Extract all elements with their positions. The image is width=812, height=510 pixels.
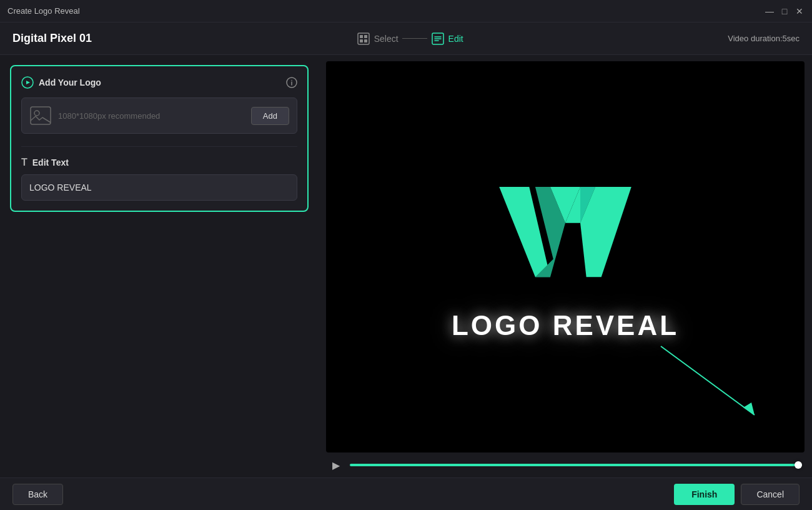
logo-placeholder-text: 1080*1080px recommended <box>58 111 245 121</box>
add-logo-button[interactable]: Add <box>251 107 289 125</box>
close-button[interactable]: ✕ <box>795 6 805 16</box>
svg-marker-21 <box>743 402 755 415</box>
playback-bar: ▶ <box>326 452 805 478</box>
svg-line-20 <box>661 346 755 415</box>
preview-logo-text: LOGO REVEAL <box>452 310 679 341</box>
play-circle-icon <box>21 76 34 89</box>
app-title: Digital Pixel 01 <box>12 32 92 45</box>
top-bar: Digital Pixel 01 Select <box>0 22 812 55</box>
bottom-bar: Back Finish Cancel <box>0 478 812 510</box>
svg-rect-2 <box>364 35 367 38</box>
logo-placeholder-icon <box>29 104 52 127</box>
svg-marker-7 <box>26 81 30 84</box>
preview-logo-area: LOGO REVEAL <box>452 172 679 341</box>
section-divider <box>21 146 297 147</box>
svg-rect-0 <box>358 33 369 44</box>
logo-section-label: Add Your Logo <box>39 78 101 88</box>
edit-text-label: Edit Text <box>32 158 69 168</box>
logo-section-title: Add Your Logo <box>21 76 101 89</box>
edit-step-icon <box>431 32 445 46</box>
w-logo-graphic <box>487 172 643 298</box>
main-content: Add Your Logo <box>0 55 812 478</box>
text-input[interactable]: LOGO REVEAL <box>21 174 297 201</box>
timeline-thumb[interactable] <box>795 461 802 469</box>
step-select-label: Select <box>374 34 399 44</box>
arrow-annotation <box>655 340 767 434</box>
left-panel: Add Your Logo <box>0 55 319 478</box>
logo-upload-area[interactable]: 1080*1080px recommended Add <box>21 98 297 134</box>
step-divider <box>402 38 427 39</box>
edit-text-header: T Edit Text <box>21 157 297 168</box>
workflow-steps: Select Edit <box>357 32 463 46</box>
bottom-right-buttons: Finish Cancel <box>674 484 800 505</box>
cancel-button[interactable]: Cancel <box>741 484 800 505</box>
minimize-button[interactable]: — <box>765 6 775 16</box>
svg-rect-1 <box>360 35 363 38</box>
window-controls: — □ ✕ <box>765 6 805 16</box>
finish-button[interactable]: Finish <box>674 484 735 505</box>
timeline-track[interactable] <box>350 464 802 466</box>
step-select[interactable]: Select <box>357 32 399 46</box>
info-icon[interactable] <box>286 77 297 88</box>
step-edit-label: Edit <box>448 34 463 44</box>
play-button[interactable]: ▶ <box>329 458 344 472</box>
logo-section-header: Add Your Logo <box>21 76 297 89</box>
svg-rect-11 <box>31 107 51 124</box>
maximize-button[interactable]: □ <box>780 6 790 16</box>
svg-point-10 <box>291 80 292 81</box>
step-edit[interactable]: Edit <box>431 32 463 46</box>
back-button[interactable]: Back <box>12 484 63 505</box>
svg-rect-4 <box>364 39 367 42</box>
svg-point-12 <box>34 111 39 116</box>
select-step-icon <box>357 32 370 46</box>
svg-rect-3 <box>360 39 363 42</box>
video-duration: Video duration:5sec <box>728 34 800 43</box>
right-panel: LOGO REVEAL ▶ <box>319 55 812 478</box>
title-bar: Create Logo Reveal — □ ✕ <box>0 0 812 22</box>
preview-container: LOGO REVEAL <box>326 61 805 452</box>
edit-card: Add Your Logo <box>10 65 309 212</box>
window-title: Create Logo Reveal <box>7 6 80 16</box>
text-tool-icon: T <box>21 157 27 168</box>
